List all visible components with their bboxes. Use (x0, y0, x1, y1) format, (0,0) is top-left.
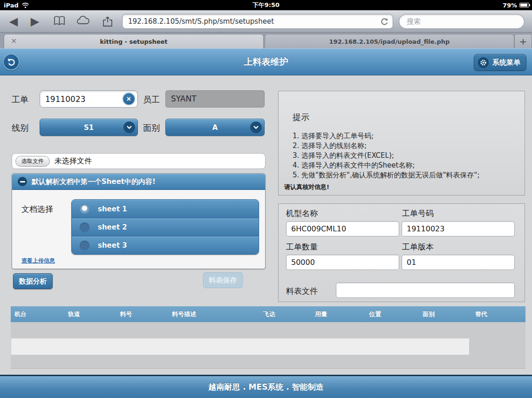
line-label: 线别 (12, 122, 28, 134)
order-version-input[interactable] (407, 256, 511, 269)
share-icon[interactable] (102, 16, 114, 29)
chevron-down-icon (123, 121, 135, 133)
sheet-panel-title: 默认解析文档中第一个Sheet中的内容! (32, 177, 156, 186)
new-tab-button[interactable]: + (514, 34, 532, 48)
app-footer: 越南耐思 . MES系统 . 智能制造 (0, 375, 532, 398)
clear-icon[interactable]: × (123, 93, 135, 105)
work-order-input[interactable] (45, 91, 120, 107)
file-status-text: 未选择文件 (55, 156, 92, 166)
radio-icon[interactable] (80, 223, 89, 232)
column-header: 飞达 (259, 310, 312, 318)
choose-file-button[interactable]: 选取文件 (15, 156, 50, 167)
order-number-label: 工单号码 (402, 208, 434, 219)
save-sheet-button[interactable]: 料表保存 (203, 272, 243, 288)
hints-note: 请认真核对信息! (284, 183, 329, 191)
sheet-panel: 默认解析文档中第一个Sheet中的内容! 文档选择 sheet 1 sheet … (12, 173, 266, 269)
column-header: 料号 (116, 310, 169, 318)
sheet-option-label: sheet 2 (98, 223, 127, 231)
sheet-panel-body: 文档选择 sheet 1 sheet 2 sheet 3 查看上传信息 (12, 190, 265, 269)
footer-text: 越南耐思 . MES系统 . 智能制造 (208, 382, 323, 392)
sheet-file-field[interactable] (336, 283, 515, 298)
back-nav-button[interactable]: ◀ (7, 14, 20, 28)
clock: 下午9:50 (0, 0, 532, 10)
sheet-option-label: sheet 1 (98, 205, 127, 213)
model-name-label: 机型名称 (286, 208, 318, 219)
system-menu-button[interactable]: 系统菜单 (474, 54, 526, 71)
column-header: 机台 (11, 310, 64, 318)
battery-icon (519, 3, 529, 7)
sheet-option-2[interactable]: sheet 2 (72, 218, 259, 236)
radio-icon[interactable] (80, 241, 89, 250)
parts-table-body (11, 322, 525, 369)
column-header: 替代 (471, 310, 525, 318)
radio-selected-icon[interactable] (80, 204, 89, 214)
order-qty-label: 工单数量 (286, 242, 318, 252)
side-select[interactable]: A (165, 119, 265, 136)
column-header: 面别 (419, 310, 471, 318)
column-header: 位置 (365, 310, 419, 318)
tab-kitting-setupsheet[interactable]: × kitting - setupsheet (4, 34, 264, 48)
sheet-list: sheet 1 sheet 2 sheet 3 (71, 199, 259, 255)
tab-close-icon[interactable]: × (11, 36, 17, 45)
status-bar: iPad 下午9:50 79% (0, 0, 532, 10)
chevron-down-icon (250, 121, 262, 133)
side-select-value: A (212, 123, 218, 132)
sheet-option-1[interactable]: sheet 1 (72, 200, 259, 218)
tab-label: kitting - setupsheet (100, 38, 167, 45)
column-header: 轨道 (64, 310, 116, 318)
collapse-icon[interactable] (18, 177, 27, 186)
search-input[interactable] (407, 15, 518, 28)
sheet-option-label: sheet 3 (98, 241, 127, 250)
address-bar[interactable] (122, 14, 393, 29)
model-name-input[interactable] (291, 222, 395, 236)
employee-field: SYANT (165, 90, 265, 108)
work-order-label: 工单 (12, 94, 28, 105)
view-upload-info-link[interactable]: 查看上传信息 (21, 257, 55, 265)
tab-bar: × kitting - setupsheet 192.168.2.105/ipa… (0, 33, 532, 48)
hints-box: 提示 1. 选择要导入的工单号码; 2. 选择导入的线别名称; 3. 选择导入的… (278, 91, 525, 196)
sheet-option-3[interactable]: sheet 3 (72, 236, 259, 254)
side-label: 面别 (143, 122, 160, 134)
order-version-label: 工单版本 (402, 242, 434, 252)
hint-item: 2. 选择导入的线别名称; (293, 141, 480, 151)
system-menu-label: 系统菜单 (492, 58, 520, 67)
hints-title: 提示 (293, 112, 309, 123)
browser-toolbar: ◀ ▶ (0, 10, 532, 33)
data-analyze-button[interactable]: 数据分析 (13, 273, 53, 289)
bookmarks-icon[interactable] (53, 16, 66, 27)
employee-label: 员工 (143, 94, 160, 105)
model-name-field[interactable] (286, 221, 399, 236)
search-bar[interactable] (399, 14, 525, 29)
tab-upload-file[interactable]: 192.168.2.105/ipad/upload_file.php (265, 34, 514, 48)
tab-label: 192.168.2.105/ipad/upload_file.php (329, 38, 450, 45)
table-row (11, 338, 469, 355)
sheet-panel-header[interactable]: 默认解析文档中第一个Sheet中的内容! (12, 174, 265, 190)
sheet-file-label: 料表文件 (286, 286, 318, 297)
order-number-field[interactable] (402, 221, 515, 236)
forward-nav-button[interactable]: ▶ (28, 14, 42, 28)
order-version-field[interactable] (402, 255, 515, 270)
line-select[interactable]: S1 (40, 119, 138, 136)
sheet-file-input[interactable] (341, 283, 511, 297)
column-header: 用量 (311, 310, 365, 318)
hints-list: 1. 选择要导入的工单号码; 2. 选择导入的线别名称; 3. 选择导入的料表文… (293, 131, 480, 180)
column-header: 料号描述 (168, 310, 259, 318)
order-qty-input[interactable] (291, 256, 395, 269)
battery-percent: 79% (503, 2, 517, 9)
url-input[interactable] (128, 14, 375, 28)
hint-item: 3. 选择导入的料表文件(EXCEL); (293, 151, 480, 161)
line-select-value: S1 (84, 123, 94, 132)
page-title: 上料表维护 (0, 49, 532, 75)
app-header: 上料表维护 系统菜单 (0, 48, 532, 75)
work-order-field[interactable]: × (40, 90, 138, 108)
order-qty-field[interactable] (286, 255, 399, 270)
hint-item: 4. 选择导入的料表文件中的Sheet名称; (293, 161, 480, 170)
order-details-box: 机型名称 工单号码 工单数量 工单版本 料表文件 (278, 203, 525, 302)
refresh-icon[interactable] (380, 17, 389, 26)
ipad-safari-screen: iPad 下午9:50 79% ◀ ▶ (0, 0, 532, 398)
gear-icon (478, 57, 489, 68)
hint-item: 1. 选择要导入的工单号码; (293, 131, 480, 141)
hint-item: 5. 先做"数据分析",确认系统解析的数据无误后做"料表保存"; (293, 170, 480, 180)
order-number-input[interactable] (407, 222, 511, 236)
icloud-tabs-icon[interactable] (76, 16, 90, 27)
